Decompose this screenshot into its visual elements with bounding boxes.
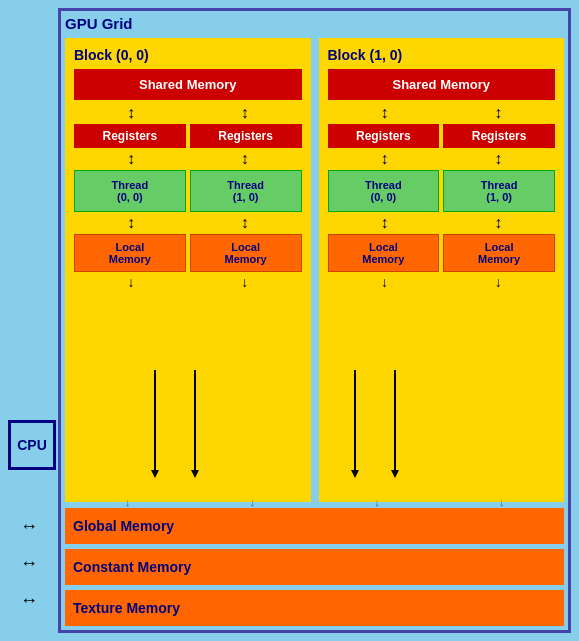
arrows-reg-thread-0: ↕ ↕	[74, 150, 302, 168]
arr-d-1-1: ↓	[495, 274, 502, 290]
arrow-tl-0-1: ↕	[241, 214, 249, 232]
g-arr-1: ↓	[249, 496, 255, 508]
arrow-0-1: ↕	[241, 104, 249, 122]
arrows-down-1: ↓ ↓	[328, 274, 556, 290]
g-arr-0: ↓	[125, 496, 131, 508]
thread-1-1: Thread(1, 0)	[443, 170, 555, 212]
register-1-0: Registers	[328, 124, 440, 148]
thread-0-1: Thread(1, 0)	[190, 170, 302, 212]
registers-row-1: Registers Registers	[328, 124, 556, 148]
global-memory-row: ↓ ↓ ↓ ↓ Global Memory	[65, 508, 564, 544]
local-memory-row-1: LocalMemory LocalMemory	[328, 234, 556, 272]
arrows-thread-local-1: ↕ ↕	[328, 214, 556, 232]
arr-d-0-0: ↓	[127, 274, 134, 290]
arrow-1-0: ↕	[380, 104, 388, 122]
arrow-1-1: ↕	[494, 104, 502, 122]
arrow-0-0: ↕	[127, 104, 135, 122]
blocks-row: Block (0, 0) Shared Memory ↕ ↕ Registers…	[65, 38, 564, 502]
right-col: GPU Grid Block (0, 0) Shared Memory ↕ ↕ …	[58, 0, 579, 641]
arrow-tl-1-1: ↕	[494, 214, 502, 232]
block-0-0-shared: Shared Memory	[74, 69, 302, 100]
registers-row-0: Registers Registers	[74, 124, 302, 148]
texture-memory-label: Texture Memory	[73, 600, 180, 616]
global-memory-bar: ↓ ↓ ↓ ↓ Global Memory	[65, 508, 564, 544]
texture-mem-arrow: ↔	[20, 590, 38, 611]
constant-memory-label: Constant Memory	[73, 559, 191, 575]
cpu-box: CPU	[8, 420, 56, 470]
local-mem-1-1: LocalMemory	[443, 234, 555, 272]
local-mem-0-1: LocalMemory	[190, 234, 302, 272]
global-memory-label: Global Memory	[73, 518, 174, 534]
arr-d-0-1: ↓	[241, 274, 248, 290]
gpu-grid: GPU Grid Block (0, 0) Shared Memory ↕ ↕ …	[58, 8, 571, 633]
threads-row-0: Thread(0, 0) Thread(1, 0)	[74, 170, 302, 212]
global-top-arrows: ↓ ↓ ↓ ↓	[65, 496, 564, 508]
arrow-tl-0-0: ↕	[127, 214, 135, 232]
arrows-shared-reg-1: ↕ ↕	[328, 104, 556, 122]
arrow-tl-1-0: ↕	[380, 214, 388, 232]
full-layout: CPU ↔ ↔ ↔ GPU Grid Block (0, 0) Shared	[0, 0, 579, 641]
arrows-shared-reg-0: ↕ ↕	[74, 104, 302, 122]
g-arr-3: ↓	[499, 496, 505, 508]
arr-d-1-0: ↓	[381, 274, 388, 290]
g-arr-2: ↓	[374, 496, 380, 508]
thread-1-0: Thread(0, 0)	[328, 170, 440, 212]
arrow-rt-0-1: ↕	[241, 150, 249, 168]
arrows-reg-thread-1: ↕ ↕	[328, 150, 556, 168]
gpu-grid-label: GPU Grid	[65, 15, 564, 32]
block-1-0-label: Block (1, 0)	[328, 47, 556, 63]
cpu-label: CPU	[17, 437, 47, 453]
block-0-0: Block (0, 0) Shared Memory ↕ ↕ Registers…	[65, 38, 311, 502]
arrow-rt-0-0: ↕	[127, 150, 135, 168]
threads-row-1: Thread(0, 0) Thread(1, 0)	[328, 170, 556, 212]
local-mem-0-0: LocalMemory	[74, 234, 186, 272]
block-0-0-label: Block (0, 0)	[74, 47, 302, 63]
block-1-0: Block (1, 0) Shared Memory ↕ ↕ Registers…	[319, 38, 565, 502]
local-memory-row-0: LocalMemory LocalMemory	[74, 234, 302, 272]
arrows-thread-local-0: ↕ ↕	[74, 214, 302, 232]
local-mem-1-0: LocalMemory	[328, 234, 440, 272]
thread-0-0: Thread(0, 0)	[74, 170, 186, 212]
constant-memory-bar: Constant Memory	[65, 549, 564, 585]
block-1-0-shared: Shared Memory	[328, 69, 556, 100]
arrows-down-0: ↓ ↓	[74, 274, 302, 290]
arrow-rt-1-1: ↕	[494, 150, 502, 168]
bottom-memories: ↓ ↓ ↓ ↓ Global Memory Constant Memory	[65, 508, 564, 626]
constant-memory-row: Constant Memory	[65, 549, 564, 585]
left-col: CPU ↔ ↔ ↔	[0, 0, 58, 641]
constant-mem-arrow: ↔	[20, 553, 38, 574]
arrow-rt-1-0: ↕	[380, 150, 388, 168]
register-1-1: Registers	[443, 124, 555, 148]
register-0-0: Registers	[74, 124, 186, 148]
texture-memory-bar: Texture Memory	[65, 590, 564, 626]
register-0-1: Registers	[190, 124, 302, 148]
global-mem-arrow: ↔	[20, 516, 38, 537]
texture-memory-row: Texture Memory	[65, 590, 564, 626]
